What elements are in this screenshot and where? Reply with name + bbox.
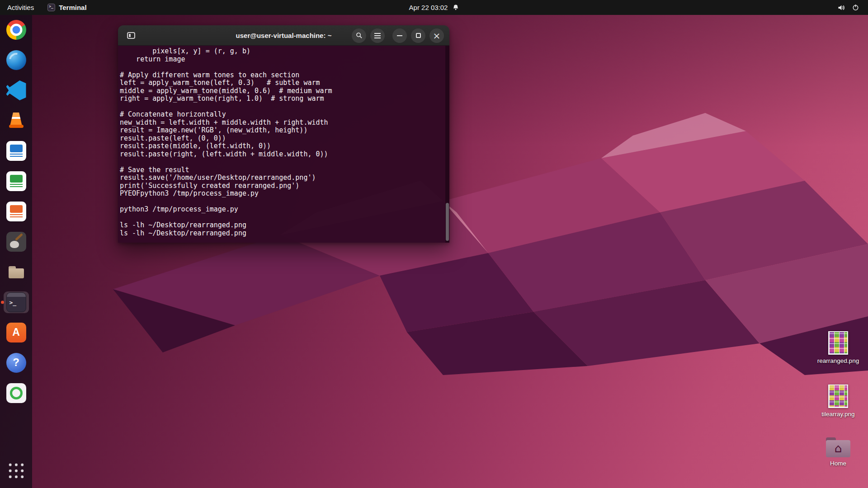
dock-item-libreoffice-writer[interactable] xyxy=(4,140,29,162)
power-icon xyxy=(852,4,859,11)
terminal-titlebar[interactable]: user@user-virtual-machine: ~ × xyxy=(118,25,449,46)
hamburger-menu-icon xyxy=(374,35,381,36)
new-tab-icon xyxy=(127,32,135,39)
dock-item-gimp[interactable] xyxy=(4,231,29,253)
app-menu-label: Terminal xyxy=(59,4,86,11)
terminal-app-icon xyxy=(47,4,55,11)
desktop-icon-tilearray[interactable]: tilearray.png xyxy=(816,385,860,418)
chrome-icon xyxy=(6,20,26,40)
dock xyxy=(0,15,32,488)
terminal-icon xyxy=(6,292,26,312)
show-applications-button[interactable] xyxy=(4,460,29,482)
app-menu-terminal[interactable]: Terminal xyxy=(41,0,93,15)
dock-item-chrome[interactable] xyxy=(4,19,29,41)
search-button[interactable] xyxy=(352,28,366,43)
libreoffice-calc-icon xyxy=(6,171,26,191)
desktop-icon-label: Home xyxy=(830,460,846,467)
desktop-icon-home[interactable]: ⌂ Home xyxy=(816,437,860,467)
dock-item-libreoffice-calc[interactable] xyxy=(4,170,29,192)
minimize-button[interactable] xyxy=(392,28,407,43)
close-icon: × xyxy=(433,31,441,40)
menu-button[interactable] xyxy=(370,28,385,43)
maximize-button[interactable] xyxy=(411,28,425,43)
terminal-content-area[interactable]: pixels[x, y] = (r, g, b) return image # … xyxy=(118,46,449,243)
dock-item-files[interactable] xyxy=(4,261,29,283)
window-title: user@user-virtual-machine: ~ xyxy=(236,32,332,39)
libreoffice-impress-icon xyxy=(6,202,26,221)
volume-icon xyxy=(838,4,845,11)
bell-icon xyxy=(452,4,459,11)
files-folder-icon xyxy=(6,262,26,282)
dock-item-libreoffice-impress[interactable] xyxy=(4,201,29,222)
top-bar: Activities Terminal Apr 22 03:02 xyxy=(0,0,868,15)
help-icon xyxy=(6,353,26,373)
dock-item-ubuntu-software[interactable] xyxy=(4,322,29,343)
dock-item-vscode[interactable] xyxy=(4,80,29,101)
desktop-icon-label: tilearray.png xyxy=(821,411,854,418)
dock-item-green-app[interactable] xyxy=(4,382,29,404)
system-status-area[interactable] xyxy=(838,0,868,15)
home-folder-icon: ⌂ xyxy=(826,437,850,457)
terminal-scrollbar-track[interactable] xyxy=(445,46,449,243)
clock-label: Apr 22 03:02 xyxy=(409,4,448,11)
dock-item-firefox[interactable] xyxy=(4,49,29,71)
ubuntu-software-icon xyxy=(6,323,26,343)
new-tab-button[interactable] xyxy=(123,28,139,43)
search-icon xyxy=(356,32,363,39)
dock-item-terminal[interactable] xyxy=(4,291,29,313)
close-button[interactable]: × xyxy=(429,28,444,43)
clock-menu[interactable]: Apr 22 03:02 xyxy=(404,0,465,15)
green-circle-app-icon xyxy=(6,383,26,403)
app-grid-icon xyxy=(7,462,25,480)
dock-item-help[interactable] xyxy=(4,352,29,374)
firefox-icon xyxy=(6,50,26,70)
vlc-icon xyxy=(6,111,26,131)
house-icon: ⌂ xyxy=(835,441,842,455)
desktop-icon-rearranged[interactable]: rearranged.png xyxy=(816,331,860,364)
activities-button[interactable]: Activities xyxy=(0,0,41,15)
dock-item-vlc[interactable] xyxy=(4,110,29,131)
terminal-output: pixels[x, y] = (r, g, b) return image # … xyxy=(118,46,449,239)
image-thumbnail xyxy=(828,385,848,408)
maximize-icon xyxy=(416,33,421,38)
terminal-scrollbar-thumb[interactable] xyxy=(446,203,449,241)
image-thumbnail xyxy=(828,331,848,355)
gimp-icon xyxy=(6,232,26,252)
desktop-icon-label: rearranged.png xyxy=(817,357,859,364)
libreoffice-writer-icon xyxy=(6,141,26,161)
terminal-window: user@user-virtual-machine: ~ × pixels[x,… xyxy=(118,25,449,243)
minimize-icon xyxy=(397,35,402,36)
vscode-icon xyxy=(6,80,26,100)
